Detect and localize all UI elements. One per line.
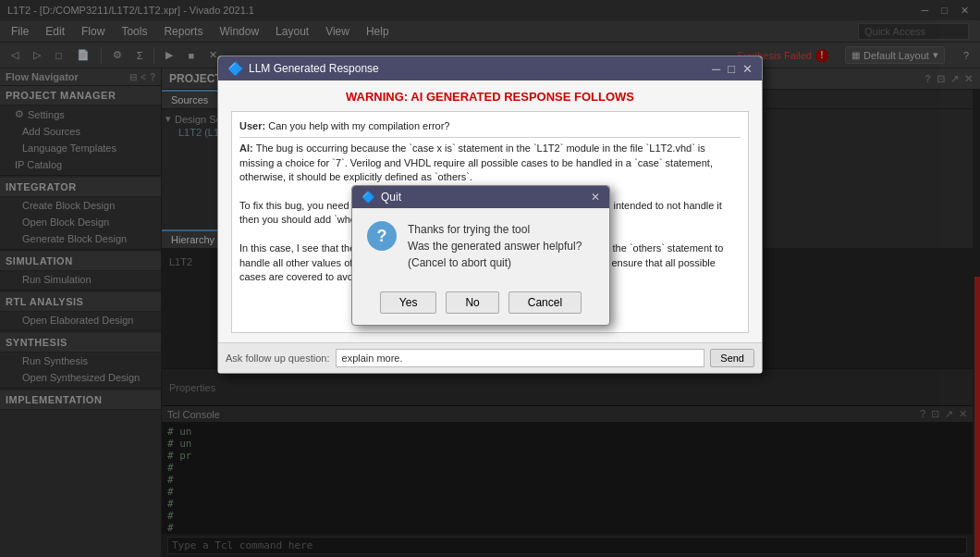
send-button[interactable]: Send	[710, 349, 754, 367]
quit-title-bar: 🔷 Quit ✕	[352, 186, 609, 208]
quit-buttons: Yes No Cancel	[352, 284, 609, 325]
quit-close-icon[interactable]: ✕	[591, 191, 600, 204]
llm-warning-title: WARNING: AI GENERATED RESPONSE FOLLOWS	[231, 90, 749, 104]
quit-dialog: 🔷 Quit ✕ ? Thanks for trying the tool Wa…	[351, 185, 610, 326]
quit-cancel-button[interactable]: Cancel	[508, 291, 582, 314]
quit-body: ? Thanks for trying the tool Was the gen…	[352, 208, 609, 284]
llm-modal-title-bar: 🔷 LLM Generated Response ─ □ ✕	[218, 56, 762, 80]
quit-dialog-icon: 🔷	[361, 191, 375, 204]
quit-title: Quit	[381, 191, 591, 204]
llm-modal-icon: 🔷	[227, 61, 243, 76]
llm-modal-controls: ─ □ ✕	[712, 62, 753, 76]
chat-ai-label: AI:	[239, 142, 256, 154]
quit-yes-button[interactable]: Yes	[380, 291, 437, 314]
follow-up-input[interactable]	[336, 349, 705, 367]
chat-user-label: User:	[239, 120, 268, 131]
quit-info-icon: ?	[367, 221, 397, 251]
llm-modal-maximize[interactable]: □	[728, 62, 735, 76]
chat-user-message: User: Can you help with my compilation e…	[239, 119, 741, 133]
llm-modal-footer: Ask follow up question: Send	[218, 342, 762, 373]
quit-icon-symbol: ?	[377, 227, 387, 246]
chat-user-text: Can you help with my compilation error?	[268, 120, 449, 131]
chat-ai-message: AI: The bug is occurring because the `ca…	[239, 142, 741, 184]
quit-no-button[interactable]: No	[446, 291, 498, 314]
quit-message: Thanks for trying the tool Was the gener…	[408, 221, 582, 271]
chat-divider	[239, 137, 741, 138]
llm-modal-title: LLM Generated Response	[249, 62, 712, 75]
chat-ai-text: The bug is occurring because the `case x…	[239, 142, 713, 182]
llm-modal-minimize[interactable]: ─	[712, 62, 720, 76]
follow-up-label: Ask follow up question:	[226, 353, 330, 364]
llm-modal-close[interactable]: ✕	[742, 62, 753, 76]
